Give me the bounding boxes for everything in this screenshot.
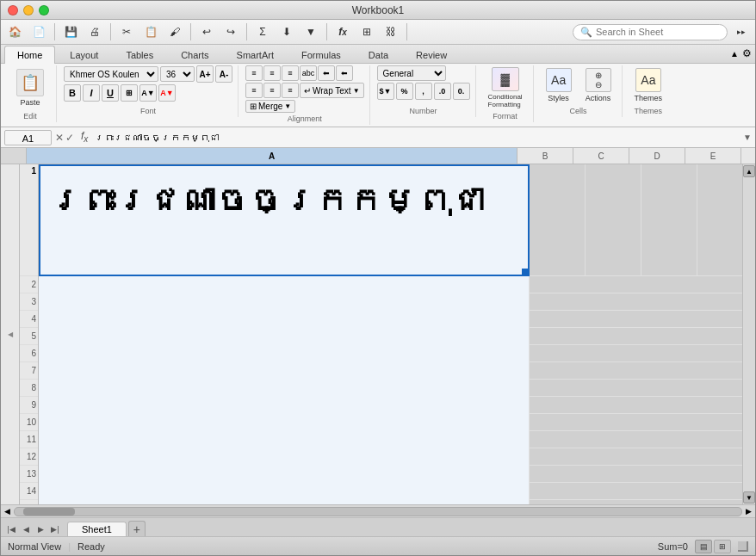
h-scroll-thumb[interactable]	[23, 508, 75, 516]
scroll-right-btn[interactable]: ▶	[744, 507, 753, 516]
row-num-11[interactable]: 11	[20, 431, 38, 448]
align-left-btn[interactable]: ≡	[245, 83, 263, 98]
cell-C1[interactable]	[586, 164, 641, 276]
conditional-formatting-button[interactable]: ▓ ConditionalFormatting	[483, 65, 528, 110]
styles-button[interactable]: Aa Styles	[541, 66, 577, 104]
decimal-increase-btn[interactable]: .0	[434, 83, 451, 100]
wrap-text-button[interactable]: ↵ Wrap Text ▼	[300, 83, 364, 98]
cell-reference-box[interactable]: A1	[4, 130, 52, 145]
sort-icon[interactable]: ⬇	[276, 22, 297, 42]
cell-A1[interactable]: ព្រះរជណាចចក្រកម្ពុជា	[39, 164, 530, 276]
copy-icon[interactable]: 📋	[140, 22, 161, 42]
add-sheet-btn[interactable]: +	[128, 521, 146, 536]
align-top-center-btn[interactable]: ≡	[263, 65, 281, 81]
row-num-13[interactable]: 13	[20, 466, 38, 483]
actions-button[interactable]: ⊕⊖ Actions	[580, 66, 617, 104]
paste-button[interactable]: 📋 Paste	[9, 65, 51, 110]
cell-E1-rest[interactable]	[697, 164, 742, 276]
toolbar-expand-btn[interactable]: ▸▸	[731, 22, 752, 42]
cell-A5[interactable]	[39, 328, 530, 345]
comma-btn[interactable]: ,	[415, 83, 432, 100]
number-format-select[interactable]: General	[377, 65, 446, 81]
cell-A8[interactable]	[39, 380, 530, 397]
gallery-icon[interactable]: ⊞	[356, 22, 377, 42]
home-toolbar-icon[interactable]: 🏠	[4, 22, 25, 42]
row-num-9[interactable]: 9	[20, 397, 38, 414]
border-button[interactable]: ⊞	[121, 84, 138, 102]
maximize-button[interactable]	[39, 5, 49, 15]
col-header-E[interactable]: E	[685, 148, 741, 164]
vertical-scrollbar[interactable]: ▲ ▼	[742, 164, 755, 504]
col-header-A[interactable]: A	[27, 148, 517, 164]
row-num-14[interactable]: 14	[20, 483, 38, 500]
cancel-formula-icon[interactable]: ✕	[55, 132, 64, 144]
row-num-15[interactable]: 15	[20, 500, 38, 504]
row-num-4[interactable]: 4	[20, 311, 38, 328]
font-family-select[interactable]: Khmer OS Koulen	[64, 66, 158, 82]
scroll-down-btn[interactable]: ▼	[743, 491, 755, 503]
cell-A9[interactable]	[39, 397, 530, 414]
cut-icon[interactable]: ✂	[116, 22, 137, 42]
cell-A12[interactable]	[39, 448, 530, 466]
tab-formulas[interactable]: Formulas	[288, 46, 354, 64]
align-right-btn[interactable]: ≡	[282, 83, 299, 98]
align-top-left-btn[interactable]: ≡	[245, 65, 263, 81]
tab-home[interactable]: Home	[4, 46, 55, 64]
cell-A11[interactable]	[39, 431, 530, 448]
save-icon[interactable]: 💾	[60, 22, 81, 42]
sheet-nav-first[interactable]: |◀	[4, 522, 18, 536]
formula-input[interactable]	[95, 130, 740, 145]
tab-smartart[interactable]: SmartArt	[224, 46, 287, 64]
currency-btn[interactable]: $▼	[377, 83, 394, 100]
font-size-select[interactable]: 36	[160, 66, 195, 82]
indent-left-btn[interactable]: ⬅	[318, 65, 335, 81]
tab-charts[interactable]: Charts	[168, 46, 221, 64]
row-num-5[interactable]: 5	[20, 328, 38, 345]
resize-handle[interactable]	[738, 541, 748, 552]
chain-icon[interactable]: ⛓	[381, 22, 401, 42]
tab-review[interactable]: Review	[403, 46, 460, 64]
row-num-10[interactable]: 10	[20, 414, 38, 431]
cell-A4[interactable]	[39, 311, 530, 328]
cell-D1[interactable]	[641, 164, 697, 276]
tab-tables[interactable]: Tables	[113, 46, 166, 64]
cell-A6[interactable]	[39, 345, 530, 362]
cell-A2[interactable]	[39, 276, 530, 293]
row-num-3[interactable]: 3	[20, 293, 38, 311]
cell-A10[interactable]	[39, 414, 530, 431]
ribbon-settings-btn[interactable]: ⚙	[742, 47, 752, 59]
bold-button[interactable]: B	[64, 84, 81, 102]
row-num-7[interactable]: 7	[20, 362, 38, 380]
col-header-B[interactable]: B	[517, 148, 573, 164]
ribbon-collapse-btn[interactable]: ▲	[730, 49, 739, 59]
cell-A15[interactable]	[39, 500, 530, 504]
close-button[interactable]	[8, 5, 18, 15]
orient-btn[interactable]: abc	[300, 65, 317, 81]
cell-resize-handle[interactable]	[522, 269, 529, 275]
cell-A7[interactable]	[39, 362, 530, 380]
row-num-1[interactable]: 1	[20, 164, 38, 276]
row-num-12[interactable]: 12	[20, 448, 38, 466]
undo-icon[interactable]: ↩	[196, 22, 217, 42]
format-painter-icon[interactable]: 🖌	[164, 22, 185, 42]
merge-button[interactable]: ⊞ Merge ▼	[245, 100, 295, 113]
font-size-increase-btn[interactable]: A+	[196, 65, 214, 83]
row-num-8[interactable]: 8	[20, 380, 38, 397]
col-header-C[interactable]: C	[573, 148, 629, 164]
search-box[interactable]: 🔍	[573, 24, 728, 40]
autosum-icon[interactable]: Σ	[252, 22, 273, 42]
fill-color-button[interactable]: A▼	[139, 84, 157, 102]
percent-btn[interactable]: %	[396, 83, 413, 100]
font-color-button[interactable]: A▼	[158, 84, 176, 102]
scroll-left-btn[interactable]: ◀	[3, 507, 12, 516]
decimal-decrease-btn[interactable]: 0.	[453, 83, 470, 100]
layout-view-btn[interactable]: ⊞	[714, 540, 731, 553]
align-center-btn[interactable]: ≡	[263, 83, 281, 98]
filter-icon[interactable]: ▼	[301, 22, 321, 42]
search-input[interactable]	[596, 27, 708, 37]
new-file-icon[interactable]: 📄	[28, 22, 49, 42]
h-scroll-track[interactable]	[14, 507, 742, 516]
align-top-right-btn[interactable]: ≡	[282, 65, 299, 81]
sheet-nav-next[interactable]: ▶	[34, 522, 47, 536]
italic-button[interactable]: I	[83, 84, 100, 102]
